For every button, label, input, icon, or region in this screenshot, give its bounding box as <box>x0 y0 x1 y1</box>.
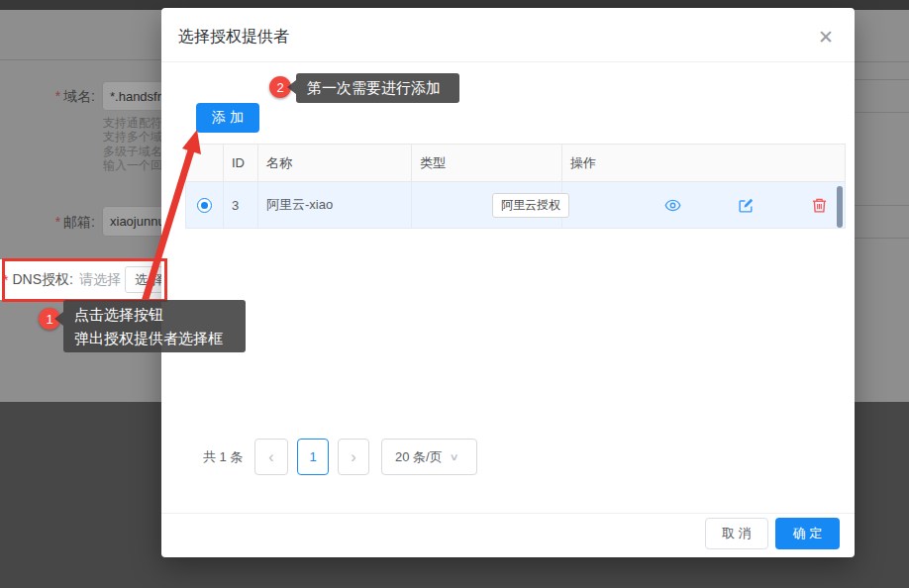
bg-row-line <box>855 112 909 113</box>
action-column-header: 操作 <box>562 145 846 182</box>
chevron-left-icon: ‹ <box>268 448 273 466</box>
table-row[interactable]: 3 阿里云-xiao 阿里云授权 <box>186 182 846 229</box>
type-tag: 阿里云授权 <box>492 193 569 218</box>
pagination-total: 共 1 条 <box>203 439 243 475</box>
tooltip-arrow <box>54 312 63 326</box>
bg-divider <box>0 59 161 60</box>
table-header-row: ID 名称 类型 操作 <box>186 145 846 182</box>
pagination-next-button[interactable]: › <box>338 439 369 475</box>
add-button[interactable]: 添 加 <box>196 103 259 133</box>
row-radio-selected[interactable] <box>197 198 212 213</box>
bg-row-line <box>855 61 909 62</box>
header-divider <box>161 61 855 62</box>
tooltip-line: 弹出授权提供者选择框 <box>74 327 246 350</box>
tour-step-1-tooltip: 点击选择按钮 弹出授权提供者选择框 <box>63 300 246 352</box>
row-id: 3 <box>224 182 258 229</box>
select-column-header <box>186 145 224 182</box>
id-column-header: ID <box>224 145 258 182</box>
required-mark: * <box>55 214 60 230</box>
select-provider-dialog: 选择授权提供者 ✕ 添 加 ID 名称 类型 操作 3 阿里云-xiao 阿里云… <box>161 8 855 557</box>
type-column-header: 类型 <box>412 145 562 182</box>
delete-icon[interactable] <box>811 197 828 214</box>
cancel-button[interactable]: 取 消 <box>705 518 768 549</box>
table-scrollbar-thumb[interactable] <box>837 186 843 228</box>
close-icon[interactable]: ✕ <box>813 24 839 49</box>
dialog-title: 选择授权提供者 <box>178 27 289 48</box>
bg-row-line <box>855 205 909 206</box>
email-label: *邮箱: <box>0 214 95 232</box>
view-icon[interactable] <box>664 197 681 214</box>
pagination-page-1[interactable]: 1 <box>297 439 329 475</box>
bg-row-line <box>855 238 909 239</box>
required-mark: * <box>55 88 60 104</box>
name-column-header: 名称 <box>258 145 412 182</box>
bg-row-line <box>855 79 909 80</box>
domain-label: *域名: <box>0 88 95 106</box>
footer-divider <box>161 513 855 514</box>
provider-table: ID 名称 类型 操作 3 阿里云-xiao 阿里云授权 <box>185 144 846 229</box>
row-actions <box>570 197 845 214</box>
chevron-right-icon: › <box>351 448 355 466</box>
screen: *域名: *.handsfree 支持通配符域名 支持多个域名、 多级子域名要分… <box>0 0 909 588</box>
tooltip-arrow <box>287 80 296 94</box>
row-name: 阿里云-xiao <box>258 182 412 229</box>
page-size-select[interactable]: 20 条/页 ∨ <box>381 439 477 475</box>
confirm-button[interactable]: 确 定 <box>775 518 840 549</box>
tooltip-line: 点击选择按钮 <box>74 303 246 327</box>
edit-icon[interactable] <box>738 197 755 214</box>
pagination-prev-button[interactable]: ‹ <box>254 439 288 475</box>
page-size-value: 20 条/页 <box>395 448 443 466</box>
chevron-down-icon: ∨ <box>449 451 458 462</box>
tour-highlight-box <box>2 258 167 302</box>
tour-step-2-tooltip: 第一次需要进行添加 <box>296 73 459 103</box>
